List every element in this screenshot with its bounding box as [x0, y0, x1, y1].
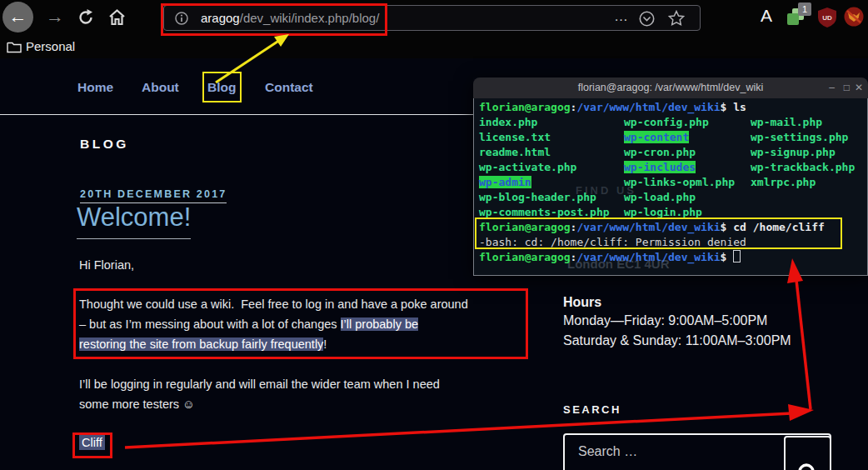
- nav-link-contact[interactable]: Contact: [265, 80, 313, 95]
- terminal-window[interactable]: florian@aragog: /var/www/html/dev_wiki –…: [473, 78, 868, 276]
- post-title-link[interactable]: Welcome!: [77, 202, 191, 239]
- ls-output-row: index.phpwp-config.phpwp-mail.php: [479, 115, 867, 130]
- selected-text: restoring the site from backup fairly fr…: [79, 338, 323, 351]
- selected-signature: Cliff: [79, 435, 105, 450]
- forward-button[interactable]: →: [46, 6, 64, 28]
- home-button[interactable]: [107, 8, 127, 27]
- terminal-title: florian@aragog: /var/www/html/dev_wiki: [473, 78, 868, 98]
- ls-output-row: wp-adminwp-links-opml.phpxmlrpc.php: [479, 175, 867, 190]
- directory-entry: wp-content: [624, 131, 689, 143]
- close-button[interactable]: ✕: [855, 78, 863, 98]
- magnifier-icon: [796, 461, 821, 470]
- back-button[interactable]: ←: [2, 2, 33, 32]
- site-info-icon[interactable]: [175, 12, 188, 25]
- prompt-line-ls: florian@aragog:/var/www/html/dev_wiki$ l…: [479, 100, 867, 115]
- url-path: /dev_wiki/index.php/blog/: [240, 11, 380, 25]
- extension-badge: 1: [798, 2, 811, 16]
- svg-text:UD: UD: [822, 14, 832, 22]
- ls-output-row: wp-blog-header.phpwp-load.php: [479, 190, 867, 205]
- url-bar[interactable]: aragog/dev_wiki/index.php/blog/ …: [163, 5, 701, 31]
- terminal-cursor: [733, 250, 741, 262]
- nav-link-blog[interactable]: Blog: [207, 80, 236, 95]
- address-text[interactable]: aragog/dev_wiki/index.php/blog/: [201, 11, 379, 25]
- url-host: aragog: [201, 11, 240, 25]
- paragraph1-line2: – but as I’m messing about with a lot of…: [79, 318, 468, 338]
- paragraph2-line2: some more testers ☺: [79, 398, 440, 418]
- blog-section-label: BLOG: [80, 137, 129, 152]
- bookmark-folder-personal[interactable]: Personal: [26, 39, 75, 53]
- hours-weekdays: Monday—Friday: 9:00AM–5:00PM: [563, 313, 767, 328]
- refresh-button[interactable]: [77, 8, 95, 27]
- selected-text: I’ll probably be: [341, 318, 419, 331]
- nav-link-home[interactable]: Home: [77, 80, 113, 95]
- nav-link-about[interactable]: About: [142, 80, 179, 95]
- back-icon: ←: [9, 6, 27, 27]
- paragraph1-line3: restoring the site from backup fairly fr…: [79, 338, 468, 358]
- hours-weekend: Saturday & Sunday: 11:00AM–3:00PM: [563, 333, 791, 348]
- shield-extension-icon[interactable]: UD: [818, 8, 836, 28]
- paragraph2-line1: I’ll be logging in regularly and will em…: [79, 378, 440, 398]
- forward-icon: →: [46, 6, 64, 27]
- prompt-line-cd: florian@aragog:/var/www/html/dev_wiki$ c…: [479, 220, 867, 235]
- post-paragraph-1: Thought we could use a wiki. Feel free t…: [79, 298, 468, 358]
- directory-entry: wp-admin: [479, 176, 531, 188]
- ls-output-row: license.txtwp-contentwp-settings.php: [479, 130, 867, 145]
- paragraph1-line1: Thought we could use a wiki. Feel free t…: [79, 298, 468, 318]
- terminal-body[interactable]: FIND US London EC1 4UR florian@aragog:/v…: [473, 98, 868, 276]
- extension-a-icon[interactable]: A: [761, 6, 772, 26]
- page-actions-icon[interactable]: …: [614, 8, 630, 25]
- post-paragraph-2: I’ll be logging in regularly and will em…: [79, 378, 440, 418]
- folder-icon: [7, 41, 22, 53]
- hours-widget-title: Hours: [563, 295, 601, 310]
- directory-entry: wp-includes: [624, 161, 696, 173]
- pocket-icon[interactable]: [639, 11, 655, 27]
- minimize-button[interactable]: –: [829, 78, 835, 98]
- ls-output-row: wp-comments-post.phpwp-login.php: [479, 205, 867, 220]
- post-signature: Cliff: [79, 436, 105, 449]
- green-square-front: [787, 13, 799, 25]
- ls-output-row: wp-activate.phpwp-includeswp-trackback.p…: [479, 160, 867, 175]
- bookmark-star-icon[interactable]: [668, 10, 685, 27]
- terminal-titlebar[interactable]: florian@aragog: /var/www/html/dev_wiki –…: [473, 78, 868, 98]
- bookmarks-bar: Personal: [0, 37, 868, 58]
- prompt-line-current: florian@aragog:/var/www/html/dev_wiki$: [479, 250, 867, 265]
- post-greeting: Hi Florian,: [79, 258, 134, 272]
- permission-denied-line: -bash: cd: /home/cliff: Permission denie…: [479, 235, 867, 250]
- search-widget-title: SEARCH: [563, 403, 621, 416]
- search-button[interactable]: [784, 436, 831, 470]
- post-date-link[interactable]: 20TH DECEMBER 2017: [80, 188, 227, 203]
- ls-output-row: readme.htmlwp-cron.phpwp-signup.php: [479, 145, 867, 160]
- maximize-button[interactable]: □: [844, 78, 850, 98]
- foxyproxy-icon[interactable]: [844, 7, 864, 27]
- screenshot-root: ← → aragog/dev_wiki/index.php/blog/ …: [0, 0, 868, 470]
